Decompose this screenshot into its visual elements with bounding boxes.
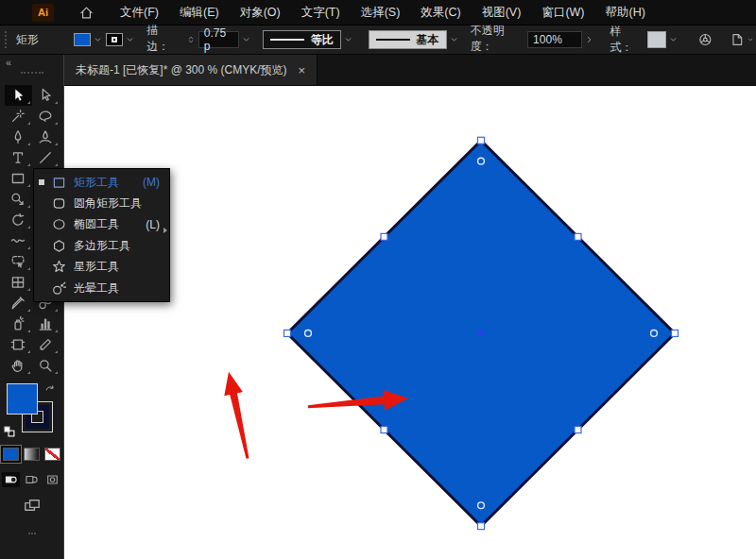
panel-grip [5, 31, 9, 48]
stroke-weight-stepper[interactable] [186, 32, 196, 47]
selection-handle[interactable] [478, 137, 485, 144]
selection-handle[interactable] [672, 330, 679, 336]
stroke-color-swatch[interactable] [106, 33, 124, 46]
chevron-down-icon[interactable] [449, 34, 459, 45]
menu-item[interactable]: 效果(C) [410, 0, 471, 25]
chevron-down-icon[interactable] [241, 34, 251, 45]
menu-item[interactable]: 对象(O) [230, 0, 291, 25]
ellipse-icon [51, 216, 67, 232]
selection-handle[interactable] [575, 233, 581, 240]
style-swatch[interactable] [647, 31, 667, 48]
menu-item[interactable]: 选择(S) [351, 0, 411, 25]
graph-tool[interactable] [32, 313, 60, 334]
width-tool[interactable] [5, 230, 32, 251]
collapse-panel-button[interactable]: « [6, 57, 10, 68]
selection-handle[interactable] [478, 523, 485, 530]
rectangle-tool[interactable] [5, 168, 32, 189]
lasso-tool[interactable] [32, 106, 60, 127]
zoom-tool[interactable] [32, 355, 60, 376]
magic-wand-tool[interactable] [5, 106, 32, 127]
document-tab-title: 未标题-1 [已恢复]* @ 300 % (CMYK/预览) [76, 62, 287, 78]
chevron-down-icon[interactable] [93, 34, 103, 45]
edit-toolbar-icon[interactable] [23, 529, 42, 538]
fill-proxy[interactable] [7, 383, 38, 415]
fill-stroke-proxies [0, 383, 63, 440]
color-button[interactable] [3, 448, 19, 461]
hand-tool[interactable] [5, 355, 32, 376]
none-button[interactable] [44, 448, 60, 461]
flyout-item-label: 圆角矩形工具 [74, 195, 142, 212]
shape-builder-tool[interactable] [5, 189, 32, 210]
close-tab-icon[interactable]: × [299, 64, 306, 76]
type-tool[interactable] [5, 147, 32, 168]
canvas-artwork [64, 86, 756, 559]
eyedropper-tool[interactable] [5, 293, 32, 313]
arrange-documents-icon[interactable] [729, 31, 745, 48]
selection-handle[interactable] [381, 233, 387, 240]
rotate-tool[interactable] [5, 210, 32, 230]
chevron-down-icon[interactable] [668, 34, 679, 45]
draw-inside-icon[interactable] [43, 472, 61, 487]
artboard-icon [9, 336, 26, 353]
menu-item[interactable]: 文件(F) [110, 0, 169, 25]
stroke-weight-field[interactable]: 0.75 p [198, 31, 239, 48]
rectangle-icon [9, 170, 26, 187]
flyout-item[interactable]: 椭圆工具(L) [34, 214, 169, 235]
opacity-field[interactable]: 100% [527, 31, 582, 48]
opacity-submenu-icon[interactable] [584, 34, 594, 45]
default-fill-stroke-icon[interactable] [3, 425, 16, 438]
recolor-artwork-icon[interactable] [697, 31, 713, 48]
canvas[interactable] [64, 86, 756, 559]
line-icon [37, 149, 54, 166]
slice-tool[interactable] [32, 334, 60, 355]
symbol-sprayer-icon [9, 315, 26, 332]
app-logo-icon[interactable]: Ai [32, 4, 54, 22]
chevron-down-icon[interactable] [125, 34, 135, 45]
fill-color-swatch[interactable] [74, 33, 92, 46]
flare-icon [51, 280, 67, 296]
width-icon [9, 232, 26, 249]
chevron-down-icon[interactable] [343, 34, 353, 45]
menu-item[interactable]: 帮助(H) [595, 0, 656, 25]
direct-selection-tool[interactable] [32, 85, 60, 106]
selection-tool[interactable] [5, 85, 32, 106]
artboard-tool[interactable] [5, 334, 32, 355]
home-icon[interactable] [78, 5, 94, 21]
shaper-tool[interactable] [5, 251, 32, 272]
swap-fill-stroke-icon[interactable] [43, 383, 57, 397]
stroke-weight-label[interactable]: 描边： [146, 23, 178, 57]
flyout-item[interactable]: 星形工具 [34, 257, 169, 278]
panel-grip[interactable] [21, 72, 43, 74]
flyout-item[interactable]: 圆角矩形工具 [34, 193, 169, 213]
flyout-item[interactable]: 多边形工具 [34, 235, 169, 256]
menu-item[interactable]: 编辑(E) [169, 0, 230, 25]
flyout-item[interactable]: 矩形工具(M) [34, 172, 169, 193]
screen-mode-button[interactable] [22, 497, 43, 516]
flyout-item[interactable]: 光晕工具 [34, 278, 169, 298]
gradient-button[interactable] [24, 448, 40, 461]
pen-tool[interactable] [5, 127, 32, 147]
paint-style-buttons [0, 448, 63, 461]
rectangle-tool-flyout: 矩形工具(M)圆角矩形工具椭圆工具(L)多边形工具星形工具光晕工具 [33, 168, 170, 302]
line-tool[interactable] [32, 147, 60, 168]
menu-bar: Ai 文件(F)编辑(E)对象(O)文字(T)选择(S)效果(C)视图(V)窗口… [0, 0, 756, 25]
opacity-label[interactable]: 不透明度： [471, 23, 523, 57]
brush-select[interactable]: 基本 [369, 30, 447, 49]
selection-handle[interactable] [381, 427, 387, 433]
width-profile-select[interactable]: 等比 [263, 30, 341, 49]
tearoff-icon[interactable] [163, 228, 167, 233]
curvature-tool[interactable] [32, 127, 60, 147]
chevron-down-icon[interactable] [747, 34, 754, 45]
draw-behind-icon[interactable] [23, 472, 41, 487]
mesh-icon [9, 274, 26, 291]
selection-handle[interactable] [284, 330, 291, 336]
selection-handle[interactable] [575, 427, 581, 433]
shape-center-point[interactable] [478, 330, 484, 336]
symbol-sprayer-tool[interactable] [5, 313, 32, 334]
menu-item[interactable]: 文字(T) [291, 0, 351, 25]
document-tab[interactable]: 未标题-1 [已恢复]* @ 300 % (CMYK/预览) × [64, 55, 318, 85]
menu-item[interactable]: 视图(V) [472, 0, 532, 25]
mesh-tool[interactable] [5, 272, 32, 293]
menu-item[interactable]: 窗口(W) [531, 0, 594, 25]
draw-normal-icon[interactable] [2, 472, 20, 487]
